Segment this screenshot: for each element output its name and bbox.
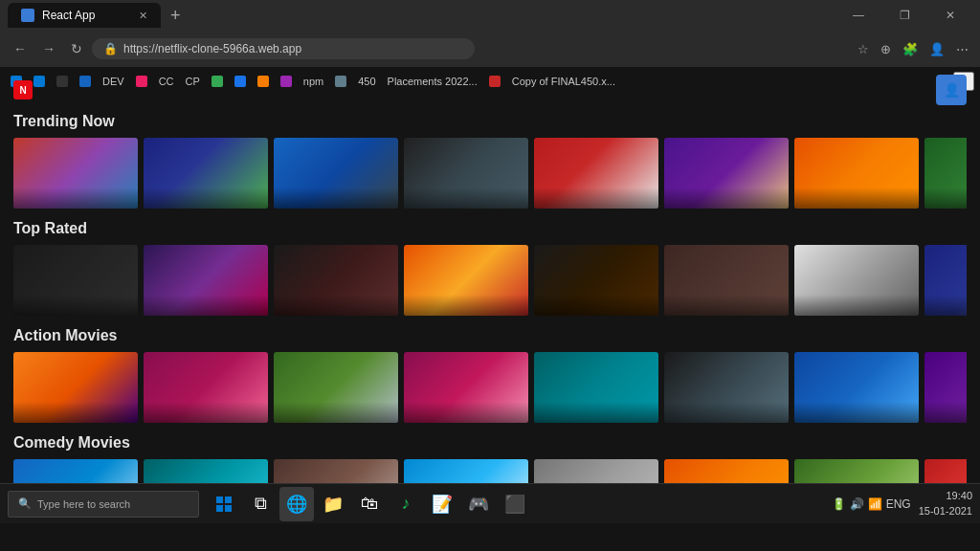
list-item[interactable] [144, 138, 268, 209]
taskbar-search-box[interactable]: 🔍 Type here to search [8, 491, 199, 518]
user-avatar[interactable]: 👤 [936, 75, 967, 105]
bookmark-placements[interactable]: Placements 2022... [383, 74, 482, 89]
list-item[interactable] [664, 245, 789, 316]
list-item[interactable] [924, 138, 967, 209]
list-item[interactable] [274, 245, 398, 316]
taskbar-start-button[interactable] [207, 487, 241, 521]
lock-icon: 🔒 [103, 42, 118, 55]
volume-icon: 🔊 [850, 497, 864, 511]
list-item[interactable] [144, 352, 268, 423]
list-item[interactable] [924, 352, 967, 423]
taskbar-clock[interactable]: 19:40 15-01-2021 [919, 489, 972, 518]
bookmark-item-6[interactable] [230, 74, 251, 89]
tab-close-button[interactable]: ✕ [139, 10, 147, 22]
taskbar-store-icon[interactable]: 🛍 [352, 487, 387, 521]
list-item[interactable] [404, 459, 528, 483]
forward-button[interactable]: → [36, 37, 61, 60]
system-tray: 🔋 🔊 📶 ENG 19:40 15-01-2021 [832, 489, 972, 518]
bookmark-item-2[interactable] [52, 74, 73, 89]
list-item[interactable] [794, 459, 919, 483]
bookmark-dev[interactable]: DEV [98, 74, 129, 89]
list-item[interactable] [404, 138, 528, 209]
taskbar-steam-icon[interactable]: 🎮 [461, 487, 496, 521]
collections-icon[interactable]: ⊕ [877, 38, 895, 60]
list-item[interactable] [924, 459, 967, 483]
bookmark-cc[interactable]: CC [154, 74, 179, 89]
netflix-app: N 👤 Trending Now Top Rated [0, 67, 980, 483]
bm-icon-7 [257, 76, 269, 87]
url-text: https://netflix-clone-5966a.web.app [123, 42, 301, 55]
list-item[interactable] [794, 352, 919, 423]
bookmark-item-5[interactable] [207, 74, 228, 89]
list-item[interactable] [274, 138, 398, 209]
action-section-title: Action Movies [13, 327, 967, 344]
more-options-icon[interactable]: ⋯ [952, 38, 972, 60]
list-item[interactable] [274, 459, 398, 483]
list-item[interactable] [794, 138, 919, 209]
tab-bar: React App ✕ + — ❐ ✕ [0, 0, 980, 31]
profile-icon[interactable]: 👤 [925, 38, 948, 60]
list-item[interactable] [534, 352, 658, 423]
browser-chrome: React App ✕ + — ❐ ✕ ← → ↻ 🔒 https://netf… [0, 0, 980, 67]
browser-nav-icons: ☆ ⊕ 🧩 👤 ⋯ [854, 38, 972, 60]
navigation-bar: ← → ↻ 🔒 https://netflix-clone-5966a.web.… [0, 31, 980, 67]
taskbar-edge-icon[interactable]: 🌐 [279, 487, 314, 521]
list-item[interactable] [794, 245, 919, 316]
taskbar-explorer-icon[interactable]: 📁 [316, 487, 350, 521]
network-icon: 📶 [868, 497, 882, 511]
active-tab[interactable]: React App ✕ [8, 3, 161, 28]
trending-section: Trending Now [0, 109, 980, 216]
taskbar-spotify-icon[interactable]: ♪ [389, 487, 423, 521]
list-item[interactable] [534, 459, 658, 483]
taskbar-task-view-button[interactable]: ⧉ [243, 487, 278, 521]
list-item[interactable] [144, 245, 268, 316]
top-rated-section-title: Top Rated [13, 220, 967, 237]
clock-date: 15-01-2021 [919, 504, 972, 518]
favorites-icon[interactable]: ☆ [854, 38, 873, 60]
maximize-button[interactable]: ❐ [882, 0, 926, 31]
bm-icon-9 [335, 76, 346, 87]
bm-icon-3 [79, 76, 91, 87]
list-item[interactable] [664, 459, 789, 483]
bookmark-item-10[interactable] [484, 74, 505, 89]
comedy-section-title: Comedy Movies [13, 434, 967, 452]
list-item[interactable] [534, 138, 658, 209]
address-bar[interactable]: 🔒 https://netflix-clone-5966a.web.app [92, 38, 475, 59]
list-item[interactable] [13, 138, 138, 209]
refresh-button[interactable]: ↻ [65, 37, 88, 60]
extensions-icon[interactable]: 🧩 [899, 38, 922, 60]
list-item[interactable] [664, 352, 789, 423]
list-item[interactable] [13, 352, 138, 423]
bookmark-item-9[interactable] [330, 74, 351, 89]
list-item[interactable] [534, 245, 658, 316]
window-controls: — ❐ ✕ [836, 0, 972, 31]
minimize-button[interactable]: — [836, 0, 880, 31]
bookmark-item-8[interactable] [276, 74, 297, 89]
close-window-button[interactable]: ✕ [928, 0, 972, 31]
bookmark-npm[interactable]: npm [299, 74, 328, 89]
list-item[interactable] [144, 459, 268, 483]
taskbar-app-icons: ⧉ 🌐 📁 🛍 ♪ 📝 🎮 ⬛ [207, 487, 532, 521]
back-button[interactable]: ← [8, 37, 33, 60]
list-item[interactable] [924, 245, 967, 316]
tab-title: React App [42, 9, 95, 22]
bookmark-item-3[interactable] [75, 74, 96, 89]
list-item[interactable] [13, 459, 138, 483]
list-item[interactable] [404, 245, 528, 316]
new-tab-button[interactable]: + [165, 6, 187, 26]
svg-rect-3 [225, 505, 232, 512]
bookmark-450[interactable]: 450 [353, 74, 380, 89]
list-item[interactable] [274, 352, 398, 423]
clock-time: 19:40 [919, 489, 972, 503]
list-item[interactable] [13, 245, 138, 316]
bookmark-item-4[interactable] [131, 74, 152, 89]
bookmark-final[interactable]: Copy of FINAL450.x... [507, 74, 620, 89]
bm-icon-4 [136, 76, 147, 87]
taskbar-vscode-icon[interactable]: 📝 [425, 487, 459, 521]
taskbar-terminal-icon[interactable]: ⬛ [498, 487, 532, 521]
bookmark-cp[interactable]: CP [181, 74, 205, 89]
bookmark-item-7[interactable] [253, 74, 274, 89]
bm-icon-10 [489, 76, 501, 87]
list-item[interactable] [664, 138, 789, 209]
list-item[interactable] [404, 352, 528, 423]
